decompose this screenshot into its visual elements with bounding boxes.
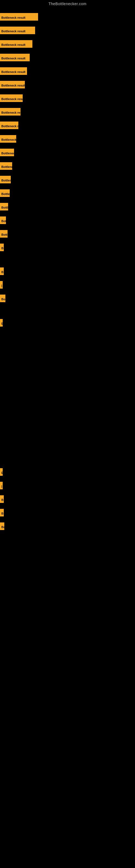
site-title: TheBottlenecker.com xyxy=(0,0,135,7)
bar-row: Bottleneck result xyxy=(0,40,32,48)
bar-row: Bottleneck result xyxy=(0,13,38,21)
bar-label: Bottleneck result xyxy=(0,27,35,34)
bar-label: Bottleneck result xyxy=(0,13,38,21)
bar-label: B xyxy=(0,495,4,503)
bar-label: Bottleneck result xyxy=(0,135,16,143)
bar-label: E xyxy=(0,319,3,327)
bar-row: Bottleneck result xyxy=(0,122,18,129)
bar-label: B xyxy=(0,509,4,517)
bar-row: Bottleneck result xyxy=(0,108,20,116)
bar-label: Bottleneck r xyxy=(0,162,12,170)
bar-label: E xyxy=(0,468,3,476)
bar-row: Bottleneck result xyxy=(0,94,23,102)
bar-label: Bottleneck res xyxy=(0,149,14,156)
bar-label: Bo xyxy=(0,522,4,530)
bar-label: | xyxy=(0,482,3,489)
bar-row: | xyxy=(0,281,3,289)
bar-row: Bottleneck result xyxy=(0,135,16,143)
bar-label: Bottleneck result xyxy=(0,108,20,116)
bar-row: Bottleneck r xyxy=(0,162,12,170)
bar-row: Bottlene xyxy=(0,203,8,211)
bar-label: Bot xyxy=(0,216,6,224)
bar-label: B xyxy=(0,268,4,275)
bar-row: Bottleneck result xyxy=(0,27,35,34)
bar-row: Bot xyxy=(0,216,6,224)
bar-row: Bottleneck r xyxy=(0,176,11,183)
bar-label: Bottleneck result xyxy=(0,94,23,102)
bar-row: E xyxy=(0,468,3,476)
bar-row: Bottleneck res xyxy=(0,149,14,156)
bar-label: Bottlen xyxy=(0,230,8,238)
bar-label: Bottleneck result xyxy=(0,40,32,48)
bar-label: | xyxy=(0,281,3,289)
bar-label: B xyxy=(0,244,4,251)
bar-row: Bott xyxy=(0,294,5,302)
bar-label: Bott xyxy=(0,294,5,302)
bar-row: Bottlen xyxy=(0,230,8,238)
bar-row: Bottleneck result xyxy=(0,54,30,61)
bar-row: Bottleneck r xyxy=(0,189,10,197)
bar-label: Bottleneck result xyxy=(0,81,25,88)
bar-row: Bottleneck result xyxy=(0,81,25,88)
bar-label: Bottleneck result xyxy=(0,122,18,129)
bar-row: | xyxy=(0,482,3,489)
bar-label: Bottleneck r xyxy=(0,189,10,197)
bar-label: Bottleneck r xyxy=(0,176,11,183)
bar-label: Bottlene xyxy=(0,203,8,211)
bar-row: Bottleneck result xyxy=(0,67,27,75)
bar-row: B xyxy=(0,509,4,517)
bar-label: Bottleneck result xyxy=(0,54,30,61)
bar-label: Bottleneck result xyxy=(0,67,27,75)
bar-row: B xyxy=(0,244,4,251)
bar-row: E xyxy=(0,319,3,327)
bar-row: Bo xyxy=(0,522,4,530)
bar-row: B xyxy=(0,495,4,503)
bar-row: B xyxy=(0,268,4,275)
